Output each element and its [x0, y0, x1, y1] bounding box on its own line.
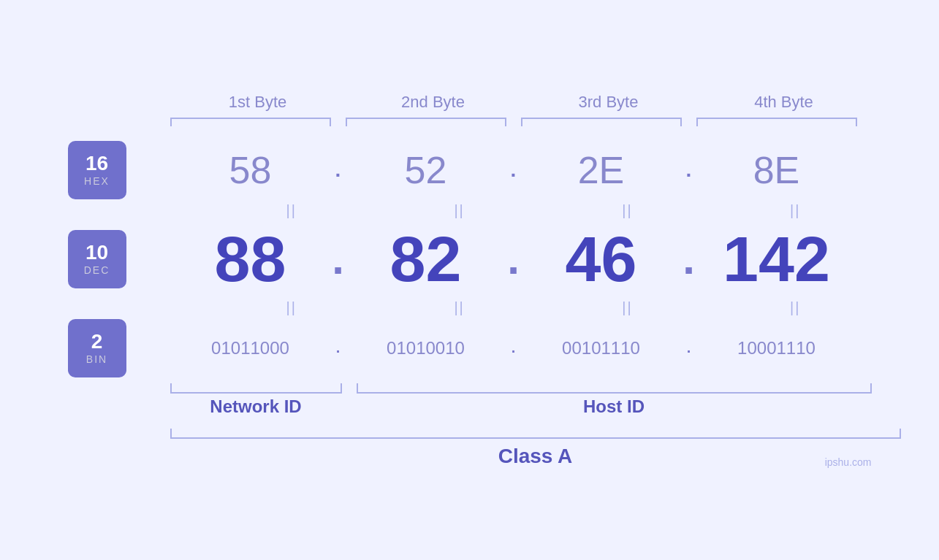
dec-val-4: 142 [696, 222, 857, 296]
bin-badge-label: BIN [86, 353, 107, 365]
dot-1: . [331, 158, 346, 182]
id-section: Network ID Host ID [170, 383, 872, 417]
dot-7: . [331, 340, 346, 356]
dec-values: 88 . 82 . 46 . 142 [170, 222, 872, 296]
hex-val-2: 52 [346, 148, 506, 192]
bin-values: 01011000 . 01010010 . 00101110 . 1000111… [170, 338, 872, 358]
dot-2: . [506, 158, 521, 182]
bin-row: 2 BIN 01011000 . 01010010 . 00101110 . 1… [68, 319, 872, 377]
parallel-row-1 [214, 202, 872, 219]
dec-badge: 10 DEC [68, 230, 126, 288]
bin-val-1: 01011000 [170, 338, 331, 358]
parallel-3 [550, 202, 704, 219]
bin-val-3: 00101110 [521, 338, 682, 358]
bin-val-4: 10001110 [696, 338, 857, 358]
parallel-row-2 [214, 299, 872, 316]
byte3-header: 3rd Byte [528, 93, 689, 112]
dot-3: . [682, 158, 696, 182]
dec-val-1: 88 [170, 222, 331, 296]
parallel-1 [214, 202, 368, 219]
bin-val-2: 01010010 [346, 338, 506, 358]
watermark: ipshu.com [825, 456, 872, 468]
hex-badge: 16 HEX [68, 141, 126, 199]
parallel-5 [214, 299, 368, 316]
hex-val-4: 8E [696, 148, 857, 192]
id-labels-row: Network ID Host ID [170, 396, 872, 417]
dot-5: . [506, 234, 521, 284]
hex-row: 16 HEX 58 . 52 . 2E . 8E [68, 141, 872, 199]
parallel-7 [550, 299, 704, 316]
dec-val-2: 82 [346, 222, 506, 296]
byte1-bracket [170, 118, 331, 126]
hex-val-1: 58 [170, 148, 331, 192]
byte2-bracket [346, 118, 506, 126]
bin-badge-num: 2 [91, 331, 103, 353]
dec-val-3: 46 [521, 222, 682, 296]
dec-badge-label: DEC [84, 264, 110, 276]
hex-values: 58 . 52 . 2E . 8E [170, 148, 872, 192]
byte3-bracket [521, 118, 682, 126]
byte1-header: 1st Byte [178, 93, 338, 112]
hex-badge-label: HEX [84, 175, 110, 187]
parallel-2 [381, 202, 536, 219]
parallel-4 [718, 202, 872, 219]
dot-9: . [682, 340, 696, 356]
byte4-bracket [696, 118, 857, 126]
host-id-label: Host ID [357, 396, 872, 417]
parallel-8 [718, 299, 872, 316]
network-id-label: Network ID [170, 396, 342, 417]
id-bracket-row [170, 383, 872, 394]
dec-row: 10 DEC 88 . 82 . 46 . 142 [68, 222, 872, 296]
class-label: Class A [170, 445, 901, 468]
bin-badge: 2 BIN [68, 319, 126, 377]
dot-8: . [506, 340, 521, 356]
hex-badge-num: 16 [85, 153, 108, 175]
network-id-bracket [170, 383, 342, 394]
dot-6: . [682, 234, 696, 284]
dec-badge-num: 10 [85, 242, 108, 264]
byte2-header: 2nd Byte [353, 93, 514, 112]
parallel-6 [381, 299, 536, 316]
dot-4: . [331, 234, 346, 284]
class-bracket [170, 429, 901, 439]
class-section: Class A [170, 429, 872, 468]
host-id-bracket [357, 383, 872, 394]
byte4-header: 4th Byte [704, 93, 864, 112]
hex-val-3: 2E [521, 148, 682, 192]
